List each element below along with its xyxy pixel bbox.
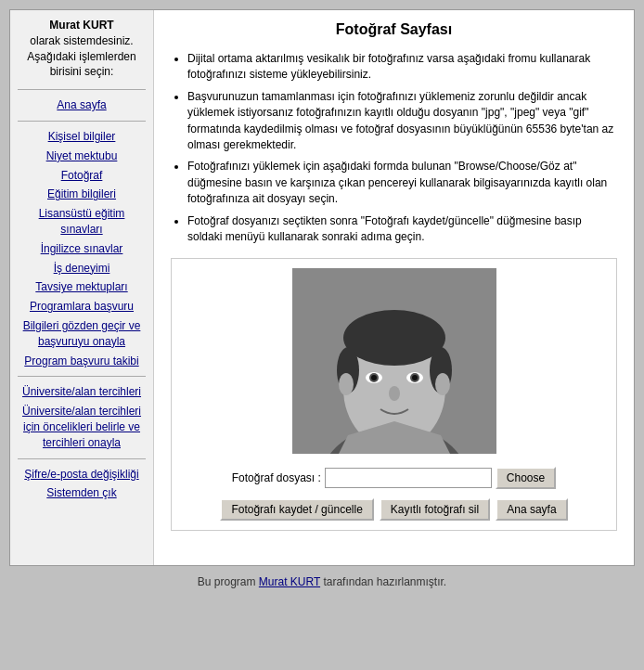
sidebar-link-tracking[interactable]: Program başvuru takibi [14,352,149,371]
main-content: Fotoğraf Sayfası Dijital ortama aktarılm… [154,10,634,565]
instruction-2: Başvurunuzun tamamlanması için fotoğrafı… [187,89,617,154]
svg-point-12 [412,375,418,380]
sidebar-link-work[interactable]: İş deneyimi [14,259,149,278]
sidebar-username: Murat KURT [49,19,113,32]
main-layout: Murat KURT olarak sistemdesiniz. Aşağıda… [9,9,635,566]
file-input[interactable] [325,468,492,488]
instruction-3: Fotoğrafınızı yüklemek için aşağıdaki fo… [187,159,617,207]
actions-row: Fotoğrafı kaydet / güncelle Kayıtlı foto… [220,498,567,521]
sidebar: Murat KURT olarak sistemdesiniz. Aşağıda… [10,10,154,565]
sidebar-link-home[interactable]: Ana sayfa [14,96,149,115]
instruction-1: Dijital ortama aktarılmış vesikalık bir … [187,51,617,84]
sidebar-subtitle: olarak sistemdesiniz. Aşağıdaki işlemler… [27,34,135,79]
sidebar-divider-4 [18,458,146,459]
sidebar-divider-2 [18,121,146,122]
footer-link[interactable]: Murat KURT [259,575,320,588]
page-wrapper: Murat KURT olarak sistemdesiniz. Aşağıda… [0,0,644,598]
sidebar-link-logout[interactable]: Sistemden çık [14,483,149,503]
svg-point-4 [343,310,445,366]
sidebar-link-references[interactable]: Tavsiye mektupları [14,277,149,297]
sidebar-link-uni-prefs[interactable]: Üniversite/alan tercihleri [14,382,149,402]
footer-text: Bu program [198,575,259,588]
sidebar-link-education[interactable]: Eğitim bilgileri [14,185,149,204]
sidebar-header: Murat KURT olarak sistemdesiniz. Aşağıda… [14,18,149,80]
instructions: Dijital ortama aktarılmış vesikalık bir … [171,51,617,245]
instruction-4: Fotoğraf dosyanızı seçtikten sonra "Foto… [187,213,617,246]
sidebar-link-apply[interactable]: Programlara başvuru [14,297,149,316]
svg-point-15 [435,373,450,395]
footer-suffix: tarafından hazırlanmıştır. [320,575,446,588]
sidebar-divider-3 [18,376,146,377]
svg-point-9 [371,375,377,380]
sidebar-link-grad-exams[interactable]: Lisansüstü eğitim sınavları [14,204,149,239]
svg-point-14 [339,373,354,395]
delete-photo-button[interactable]: Kayıtlı fotoğrafı sil [380,498,490,521]
page-title: Fotoğraf Sayfası [171,21,617,38]
file-input-row: Fotoğraf dosyası : Choose [232,467,556,489]
sidebar-link-photo[interactable]: Fotoğraf [14,166,149,186]
sidebar-link-english[interactable]: İngilizce sınavlar [14,239,149,259]
file-label: Fotoğraf dosyası : [232,471,321,484]
save-photo-button[interactable]: Fotoğrafı kaydet / güncelle [220,498,373,521]
sidebar-link-password[interactable]: Şifre/e-posta değişikliği [14,465,149,484]
photo-box: Fotoğraf dosyası : Choose Fotoğrafı kayd… [171,258,617,531]
sidebar-link-review[interactable]: Bilgileri gözden geçir ve başvuruyu onay… [14,316,149,352]
sidebar-link-uni-priority[interactable]: Üniversite/alan tercihleri için öncelikl… [14,402,149,452]
svg-point-13 [389,386,400,401]
photo-preview [292,268,496,454]
footer: Bu program Murat KURT tarafından hazırla… [9,575,635,588]
home-button[interactable]: Ana sayfa [496,498,567,521]
sidebar-link-personal[interactable]: Kişisel bilgiler [14,127,149,147]
choose-button[interactable]: Choose [496,467,556,489]
sidebar-link-letter[interactable]: Niyet mektubu [14,147,149,166]
sidebar-divider-1 [18,89,146,90]
